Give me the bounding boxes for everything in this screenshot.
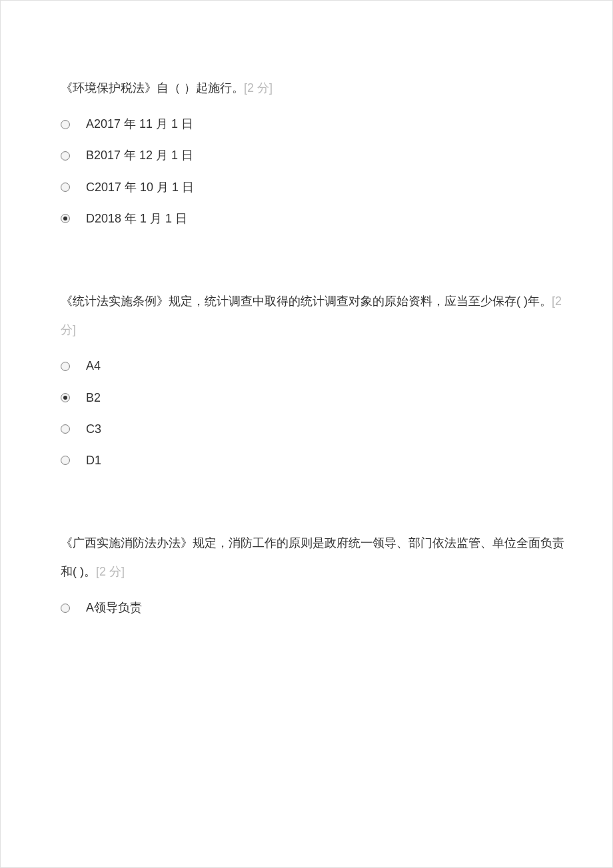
option-c[interactable]: C2017 年 10 月 1 日 <box>61 179 566 196</box>
option-content: B2017 年 12 月 1 日 <box>86 147 193 164</box>
option-content: A 领导负责 <box>86 600 142 616</box>
option-list: A 领导负责 <box>47 600 566 616</box>
option-letter: C <box>86 179 95 196</box>
option-list: A4 B2 C3 D1 <box>47 358 566 469</box>
option-text: 2 <box>94 390 101 406</box>
radio-icon[interactable] <box>61 183 70 192</box>
radio-icon-selected[interactable] <box>61 214 70 223</box>
option-content: D2018 年 1 月 1 日 <box>86 211 187 227</box>
question-block-3: 《广西实施消防法办法》规定，消防工作的原则是政府统一领导、部门依法监管、单位全面… <box>47 529 566 617</box>
question-score: [2 分] <box>244 81 273 95</box>
radio-icon[interactable] <box>61 424 70 434</box>
option-content: A2017 年 11 月 1 日 <box>86 116 193 133</box>
radio-icon[interactable] <box>61 362 70 371</box>
question-block-2: 《统计法实施条例》规定，统计调查中取得的统计调查对象的原始资料，应当至少保存( … <box>47 287 566 469</box>
question-stem: 《环境保护税法》自（ ）起施行。 <box>61 81 244 95</box>
option-a[interactable]: A2017 年 11 月 1 日 <box>61 116 566 133</box>
option-text: 2017 年 12 月 1 日 <box>94 147 193 164</box>
option-letter: C <box>86 421 95 438</box>
page-container: 《环境保护税法》自（ ）起施行。[2 分] A2017 年 11 月 1 日 B… <box>0 0 613 868</box>
option-text: 2017 年 11 月 1 日 <box>94 116 193 133</box>
option-text: 领导负责 <box>94 600 142 616</box>
radio-icon[interactable] <box>61 151 70 161</box>
option-content: B2 <box>86 390 101 406</box>
question-stem: 《统计法实施条例》规定，统计调查中取得的统计调查对象的原始资料，应当至少保存( … <box>61 294 552 308</box>
option-a[interactable]: A 领导负责 <box>61 600 566 616</box>
option-d[interactable]: D1 <box>61 452 566 469</box>
option-letter: D <box>86 211 95 227</box>
radio-icon[interactable] <box>61 120 70 129</box>
option-content: A4 <box>86 358 101 374</box>
option-list: A2017 年 11 月 1 日 B2017 年 12 月 1 日 C2017 … <box>47 116 566 227</box>
option-content: C3 <box>86 421 101 438</box>
question-text: 《统计法实施条例》规定，统计调查中取得的统计调查对象的原始资料，应当至少保存( … <box>47 287 566 344</box>
option-text: 4 <box>94 358 101 374</box>
question-stem: 《广西实施消防法办法》规定，消防工作的原则是政府统一领导、部门依法监管、单位全面… <box>61 536 564 578</box>
question-score: [2 分] <box>96 565 125 578</box>
option-b[interactable]: B2 <box>61 390 566 406</box>
question-text: 《环境保护税法》自（ ）起施行。[2 分] <box>47 74 566 103</box>
option-content: D1 <box>86 452 101 469</box>
radio-icon-selected[interactable] <box>61 393 70 402</box>
option-d[interactable]: D2018 年 1 月 1 日 <box>61 211 566 227</box>
option-text: 3 <box>95 421 101 438</box>
option-text: 2017 年 10 月 1 日 <box>95 179 194 196</box>
option-c[interactable]: C3 <box>61 421 566 438</box>
radio-icon[interactable] <box>61 604 70 613</box>
option-text: 2018 年 1 月 1 日 <box>95 211 187 227</box>
question-text: 《广西实施消防法办法》规定，消防工作的原则是政府统一领导、部门依法监管、单位全面… <box>47 529 566 586</box>
option-b[interactable]: B2017 年 12 月 1 日 <box>61 147 566 164</box>
option-letter: B <box>86 390 94 406</box>
question-block-1: 《环境保护税法》自（ ）起施行。[2 分] A2017 年 11 月 1 日 B… <box>47 74 566 227</box>
option-letter: B <box>86 147 94 164</box>
option-letter: D <box>86 452 95 469</box>
option-letter: A <box>86 358 94 374</box>
option-a[interactable]: A4 <box>61 358 566 374</box>
option-letter: A <box>86 116 94 133</box>
radio-icon[interactable] <box>61 456 70 465</box>
option-text: 1 <box>95 452 101 469</box>
option-content: C2017 年 10 月 1 日 <box>86 179 194 196</box>
option-letter: A <box>86 600 94 616</box>
